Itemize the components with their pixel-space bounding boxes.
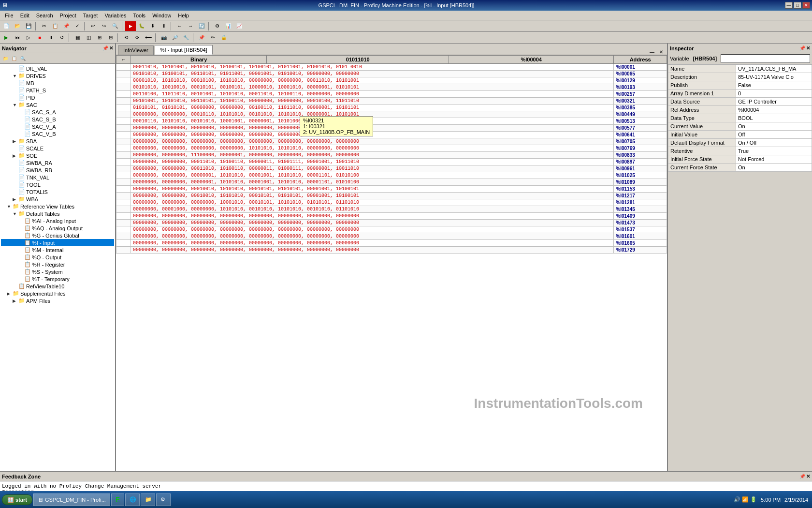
tb2-d[interactable]: ⊟	[105, 33, 116, 43]
tb2-reset[interactable]: ↺	[57, 33, 67, 43]
table-row[interactable]: 00000000, 00001000, 00000000, 10101010, …	[116, 206, 667, 213]
tb-upload[interactable]: ⬆	[159, 21, 169, 31]
tb2-m[interactable]: 🔒	[218, 33, 229, 43]
tb-debug[interactable]: 🐛	[136, 21, 147, 31]
tb-open[interactable]: 📂	[12, 21, 23, 31]
start-button[interactable]: 🪟 start	[2, 494, 32, 505]
table-row[interactable]: 00001010, 10101010, 00010100, 10101010, …	[116, 77, 667, 84]
inspector-pin-icon[interactable]: 📌	[799, 45, 805, 51]
feedback-close-icon[interactable]: ✕	[806, 474, 810, 479]
tree-item-_AI___Analog_Input[interactable]: 📋%AI - Analog Input	[1, 217, 114, 224]
table-row[interactable]: 00000000, 00000000, 00000000, 00000000, …	[116, 138, 667, 145]
inspector-field-value[interactable]: UV_1171A.CLS_FB_MA	[736, 65, 812, 73]
inspector-field-value[interactable]: False	[736, 81, 812, 90]
menu-edit[interactable]: Edit	[17, 12, 32, 19]
tree-item-TNK_VAL[interactable]: 📄TNK_VAL	[1, 174, 114, 181]
restore-button[interactable]: □	[794, 2, 801, 9]
close-button[interactable]: ✕	[802, 2, 810, 9]
nav-pin-icon[interactable]: 📌	[102, 45, 108, 51]
tree-item-_S___System[interactable]: 📋%S - System	[1, 268, 114, 275]
tb-check[interactable]: ✓	[72, 21, 83, 31]
tb2-c[interactable]: ⊞	[94, 33, 105, 43]
tree-item-SWBA_RB[interactable]: 📄SWBA_RB	[1, 166, 114, 174]
table-row[interactable]: 00000000, 00000000, 00000000, 00000000, …	[116, 213, 667, 220]
table-row[interactable]: 00101001, 10101010, 00110101, 10100110, …	[116, 98, 667, 105]
tree-item-SAC_S_B[interactable]: 📄SAC_S_B	[1, 116, 114, 123]
table-row[interactable]: 00010110, 10101010, 00101010, 10001001, …	[116, 118, 667, 125]
inspector-close-icon[interactable]: ✕	[806, 45, 810, 51]
table-row[interactable]: 00011010, 10101001, 00101010, 10100101, …	[116, 64, 667, 71]
table-row[interactable]: 00000000, 00000000, 00000000, 00000000, …	[116, 125, 667, 132]
menu-help[interactable]: Help	[175, 12, 192, 19]
tb-new[interactable]: 📄	[1, 21, 12, 31]
tree-item-MB[interactable]: 📄MB	[1, 79, 114, 87]
tb-paste[interactable]: 📌	[61, 21, 72, 31]
taskbar-app5[interactable]: ⚙	[156, 493, 171, 506]
tb-copy[interactable]: 📋	[50, 21, 60, 31]
col-arrow[interactable]: ←	[116, 56, 131, 64]
table-row[interactable]: 00000000, 00000000, 00011010, 10100110, …	[116, 165, 667, 172]
tb2-prev[interactable]: ⏮	[12, 33, 23, 43]
tb-nav-fwd[interactable]: →	[185, 21, 196, 31]
tree-item-DRIVES[interactable]: ▼📁DRIVES	[1, 72, 114, 79]
table-row[interactable]: 00000000, 00000000, 00000000, 10001010, …	[116, 199, 667, 206]
table-row[interactable]: 00000000, 00000000, 00011010, 10100110, …	[116, 159, 667, 165]
nav-tb-3[interactable]: 🔍	[18, 54, 27, 63]
table-row[interactable]: 00000000, 00000000, 00010010, 10101010, …	[116, 186, 667, 193]
tb2-run[interactable]: ▶	[1, 33, 12, 43]
taskbar-excel-app[interactable]: E	[111, 493, 124, 506]
nav-close-icon[interactable]: ✕	[109, 45, 113, 51]
tree-item-_T___Temporary[interactable]: 📋%T - Temporary	[1, 275, 114, 283]
tree-item-_AQ___Analog_Output[interactable]: 📋%AQ - Analog Output	[1, 224, 114, 232]
tb2-h[interactable]: 📷	[159, 33, 169, 43]
tree-item-PATH_S[interactable]: 📄PATH_S	[1, 87, 114, 94]
table-row[interactable]: 00000000, 00000000, 00010110, 10101010, …	[116, 111, 667, 118]
tree-item-Reference_View_Tables[interactable]: ▼📁Reference View Tables	[1, 203, 114, 210]
minimize-button[interactable]: —	[785, 2, 793, 9]
tb-extra1[interactable]: ⚙	[212, 21, 222, 31]
tb-download[interactable]: ⬇	[147, 21, 158, 31]
tree-item-SBA[interactable]: ▶📁SBA	[1, 137, 114, 145]
tb2-i[interactable]: 🔎	[170, 33, 180, 43]
table-row[interactable]: 00000000, 00000000, 00000001, 10101010, …	[116, 172, 667, 179]
tb2-pause[interactable]: ⏸	[45, 33, 56, 43]
inspector-field-value[interactable]: BOOL	[736, 114, 812, 122]
tree-item-_G___Genius_Global[interactable]: 📋%G - Genius Global	[1, 232, 114, 239]
table-row[interactable]: 00000000, 00000000, 00000000, 00000000, …	[116, 145, 667, 152]
tb2-j[interactable]: 🔧	[181, 33, 191, 43]
tab-input-hbr504[interactable]: %I - Input [HBR504]	[155, 45, 213, 55]
tb2-a[interactable]: ▦	[72, 33, 83, 43]
nav-tb-1[interactable]: 📁	[1, 54, 10, 63]
tab-minimize-icon[interactable]: —	[648, 49, 656, 55]
menu-window[interactable]: Window	[149, 12, 174, 19]
tree-item-_Q___Output[interactable]: 📋%Q - Output	[1, 254, 114, 261]
tb-undo[interactable]: ↩	[87, 21, 98, 31]
menu-search[interactable]: Search	[33, 12, 56, 19]
tab-infoviewer[interactable]: InfoViewer	[118, 45, 154, 55]
menu-target[interactable]: Target	[80, 12, 101, 19]
data-grid-container[interactable]: ← Binary 01011010 %I00004 Address 000110…	[116, 55, 667, 471]
tree-item-TOTALIS[interactable]: 📄TOTALIS	[1, 188, 114, 195]
tb-redo[interactable]: ↪	[99, 21, 109, 31]
tb-find[interactable]: 🔍	[110, 21, 120, 31]
tb-cut[interactable]: ✂	[39, 21, 49, 31]
menu-variables[interactable]: Variables	[102, 12, 129, 19]
tree-item-WBA[interactable]: ▶📁WBA	[1, 195, 114, 203]
tree-item-SOE[interactable]: ▶📁SOE	[1, 152, 114, 159]
tree-item-_R___Register[interactable]: 📋%R - Register	[1, 261, 114, 268]
table-row[interactable]: 00000000, 00000000, 00000000, 00000000, …	[116, 226, 667, 233]
table-row[interactable]: 00000000, 00000000, 00000000, 00000000, …	[116, 233, 667, 240]
tree-item-_M___Internal[interactable]: 📋%M - Internal	[1, 246, 114, 254]
tree-item-_I___Input[interactable]: 📋%I - Input	[1, 239, 114, 246]
table-row[interactable]: 00000000, 00000000, 00010010, 10101010, …	[116, 193, 667, 199]
inspector-field-value[interactable]: On	[736, 164, 812, 172]
tree-item-DIL_VAL[interactable]: 📄DIL_VAL	[1, 65, 114, 72]
inspector-field-value[interactable]: Off	[736, 131, 812, 139]
tree-item-TOOL[interactable]: 📄TOOL	[1, 181, 114, 188]
tree-item-SAC_S_A[interactable]: 📄SAC_S_A	[1, 108, 114, 116]
menu-tools[interactable]: Tools	[130, 12, 148, 19]
table-row[interactable]: 00000000, 00000000, 00000000, 00000000, …	[116, 247, 667, 254]
table-row[interactable]: 00110100, 11011010, 00101001, 10101010, …	[116, 91, 667, 98]
tb2-k[interactable]: 📌	[196, 33, 207, 43]
tb2-f[interactable]: ⟳	[132, 33, 143, 43]
